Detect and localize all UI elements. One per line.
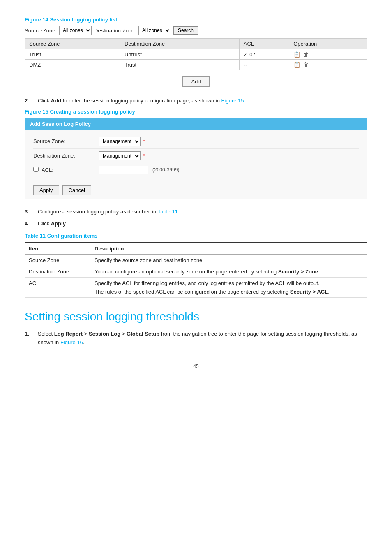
add-button-row: Add	[25, 76, 367, 87]
step2-text: Click Add to enter the session logging p…	[38, 97, 245, 105]
dest-zone-select[interactable]: All zones	[138, 26, 171, 35]
config-desc-source-zone: Specify the source zone and destination …	[90, 255, 367, 266]
step4-text: Click Apply.	[38, 220, 67, 228]
figure15-title: Figure 15 Creating a session logging pol…	[25, 109, 367, 115]
col-operation: Operation	[289, 39, 367, 49]
step2-number: 2.	[25, 97, 33, 105]
step3-number: 3.	[25, 208, 33, 216]
acl-hint: (2000-3999)	[152, 167, 179, 173]
config-table: Item Description Source Zone Specify the…	[25, 242, 367, 298]
step4-number: 4.	[25, 220, 33, 228]
figure16-link[interactable]: Figure 16	[60, 339, 83, 345]
step4-bold: Apply	[51, 220, 66, 227]
form-actions: Apply Cancel	[25, 181, 367, 199]
col-acl: ACL	[239, 39, 289, 49]
dest-zone-row: Destination Zone: Management *	[33, 149, 359, 163]
bottom-step1-number: 1.	[25, 330, 33, 347]
source-zone-field-label: Source Zone:	[33, 138, 99, 144]
copy-icon[interactable]: 📋	[293, 51, 300, 58]
dest-zone-required: *	[143, 153, 145, 159]
config-desc-dest-zone: You can configure an optional security z…	[90, 266, 367, 278]
col-source-zone: Source Zone	[25, 39, 120, 49]
source-zone-label: Source Zone:	[25, 28, 57, 34]
config-row-source-zone: Source Zone Specify the source zone and …	[25, 255, 367, 266]
source-zone-control: Management *	[99, 137, 145, 146]
acl-field-label: ACL:	[33, 167, 99, 173]
add-session-log-panel: Add Session Log Policy Source Zone: Mana…	[25, 118, 367, 199]
dest-zone-control: Management *	[99, 151, 145, 160]
page-number: 45	[25, 364, 367, 369]
figure15-section: Figure 15 Creating a session logging pol…	[25, 109, 367, 199]
figure15-link[interactable]: Figure 15	[221, 97, 244, 104]
acl-control: (2000-3999)	[99, 166, 179, 174]
table11-link[interactable]: Table 11	[158, 209, 178, 215]
bottom-step1-row: 1. Select Log Report > Session Log > Glo…	[25, 330, 367, 347]
step3-row: 3. Configure a session logging policy as…	[25, 208, 367, 216]
acl-input[interactable]	[99, 166, 148, 174]
search-button[interactable]: Search	[173, 26, 198, 35]
cancel-button[interactable]: Cancel	[62, 185, 91, 195]
source-zone-required: *	[143, 138, 145, 144]
table-row: DMZ Trust -- 📋 🗑	[25, 60, 367, 70]
config-item-acl: ACL	[25, 278, 90, 298]
acl-row: ACL: (2000-3999)	[33, 163, 359, 176]
config-row-acl: ACL Specify the ACL for filtering log en…	[25, 278, 367, 298]
row2-acl: --	[239, 60, 289, 70]
config-col-item: Item	[25, 243, 90, 255]
row2-ops: 📋 🗑	[289, 60, 367, 70]
dest-zone-field-select[interactable]: Management	[99, 151, 141, 160]
dest-zone-field-label: Destination Zone:	[33, 153, 99, 159]
acl-label-text: ACL:	[42, 167, 53, 173]
row1-ops: 📋 🗑	[289, 49, 367, 60]
config-item-source-zone: Source Zone	[25, 255, 90, 266]
row2-source: DMZ	[25, 60, 120, 70]
figure14-title: Figure 14 Session logging policy list	[25, 16, 367, 23]
step4-row: 4. Click Apply.	[25, 220, 367, 228]
table11-section: Table 11 Configuration items Item Descri…	[25, 233, 367, 298]
source-zone-field-select[interactable]: Management	[99, 137, 141, 146]
config-col-desc: Description	[90, 243, 367, 255]
add-button[interactable]: Add	[182, 76, 209, 87]
config-item-dest-zone: Destination Zone	[25, 266, 90, 278]
table-row: Trust Untrust 2007 📋 🗑	[25, 49, 367, 60]
delete-icon[interactable]: 🗑	[303, 61, 309, 68]
dest-zone-label: Destination Zone:	[94, 28, 136, 34]
delete-icon[interactable]: 🗑	[303, 51, 309, 58]
figure14-section: Figure 14 Session logging policy list So…	[25, 16, 367, 87]
apply-button[interactable]: Apply	[33, 185, 59, 195]
copy-icon[interactable]: 📋	[293, 61, 300, 68]
main-heading: Setting session logging thresholds	[25, 310, 367, 323]
table11-title: Table 11 Configuration items	[25, 233, 367, 239]
panel-header: Add Session Log Policy	[25, 118, 367, 130]
step3-text: Configure a session logging policy as de…	[38, 208, 180, 216]
step2-bold: Add	[51, 97, 61, 104]
source-zone-select[interactable]: All zones	[59, 26, 92, 35]
col-dest-zone: Destination Zone	[120, 39, 239, 49]
row1-source: Trust	[25, 49, 120, 60]
filter-row: Source Zone: All zones Destination Zone:…	[25, 26, 367, 35]
row1-acl: 2007	[239, 49, 289, 60]
config-desc-acl: Specify the ACL for filtering log entrie…	[90, 278, 367, 298]
step2-row: 2. Click Add to enter the session loggin…	[25, 97, 367, 105]
policy-list-table: Source Zone Destination Zone ACL Operati…	[25, 38, 367, 70]
panel-body: Source Zone: Management * Destination Zo…	[25, 130, 367, 181]
row1-dest: Untrust	[120, 49, 239, 60]
source-zone-row: Source Zone: Management *	[33, 134, 359, 149]
row2-dest: Trust	[120, 60, 239, 70]
config-row-dest-zone: Destination Zone You can configure an op…	[25, 266, 367, 278]
acl-checkbox[interactable]	[33, 167, 39, 172]
bottom-step1-text: Select Log Report > Session Log > Global…	[38, 330, 367, 347]
